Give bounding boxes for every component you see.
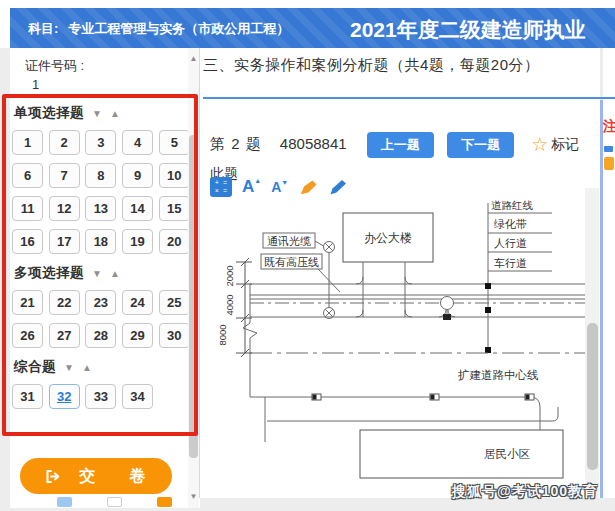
question-grid-single-choice: 1234567891011121314151617181920 <box>12 130 190 254</box>
exam-section-title: 三、实务操作和案例分析题（共4题，每题20分） <box>203 56 540 75</box>
expand-icon[interactable]: ▲ <box>82 362 92 373</box>
question-toolbar: + = × = A▲ A▼ <box>210 177 348 197</box>
watermark: 搜狐号@考试100教育 <box>452 483 598 501</box>
content-scrollbar-thumb[interactable] <box>587 323 598 470</box>
collapse-icon[interactable]: ▼ <box>64 362 74 373</box>
question-button-24[interactable]: 24 <box>122 290 153 315</box>
next-question-button[interactable]: 下一题 <box>447 132 514 158</box>
note-text: 注 <box>603 118 615 136</box>
diagram-label-residential: 居民小区 <box>484 448 531 460</box>
question-button-28[interactable]: 28 <box>85 323 116 348</box>
sidebar-scrollbar-thumb[interactable] <box>189 135 198 458</box>
exam-app-window: 科目:专业工程管理与实务（市政公用工程） 2021年度二级建造师执业 证件号码 … <box>0 0 615 511</box>
question-button-8[interactable]: 8 <box>85 163 116 188</box>
scroll-up-icon[interactable]: ▲ <box>188 54 199 63</box>
subject-value: 专业工程管理与实务（市政公用工程） <box>68 21 289 36</box>
id-number-label: 证件号码 : <box>25 57 84 75</box>
collapse-icon[interactable]: ▼ <box>92 268 102 279</box>
diagram-dim-8000: 8000 <box>217 324 228 345</box>
section-title: 单项选择题 <box>14 104 84 122</box>
highlighter-icon[interactable] <box>298 178 318 197</box>
id-number-value: 1 <box>32 77 39 92</box>
diagram-label-comm-cable: 通讯光缆 <box>267 235 311 247</box>
page-margin-top <box>0 0 615 8</box>
page-margin-corner <box>0 0 10 48</box>
section-divider <box>203 97 615 99</box>
diagram-label-road-red-line: 道路红线 <box>491 199 534 211</box>
diagram-dim-2000: 2000 <box>224 265 235 286</box>
question-code: 48058841 <box>280 135 347 152</box>
question-button-20[interactable]: 20 <box>159 229 190 254</box>
question-button-22[interactable]: 22 <box>49 290 80 315</box>
section-header-multi-choice: 多项选择题 ▼ ▲ <box>14 264 120 282</box>
submit-exam-button[interactable]: 交 卷 <box>20 458 172 494</box>
question-button-14[interactable]: 14 <box>122 196 153 221</box>
legend-answered-chip <box>57 497 72 507</box>
question-button-5[interactable]: 5 <box>159 130 190 155</box>
question-grid-multi-choice: 21222324252627282930 <box>12 290 190 348</box>
question-button-10[interactable]: 10 <box>159 163 190 188</box>
right-edge-panel <box>603 48 615 498</box>
diagram-label-roadway: 车行道 <box>494 257 527 269</box>
collapse-icon[interactable]: ▼ <box>92 108 102 119</box>
question-button-19[interactable]: 19 <box>122 229 153 254</box>
question-button-21[interactable]: 21 <box>12 290 43 315</box>
question-button-16[interactable]: 16 <box>12 229 43 254</box>
question-button-4[interactable]: 4 <box>122 130 153 155</box>
question-button-31[interactable]: 31 <box>12 384 43 409</box>
question-button-29[interactable]: 29 <box>122 323 153 348</box>
star-icon[interactable]: ☆ <box>531 134 548 155</box>
diagram-label-green-belt: 绿化带 <box>493 218 527 230</box>
question-button-25[interactable]: 25 <box>159 290 190 315</box>
question-button-34[interactable]: 34 <box>122 384 153 409</box>
section-title: 多项选择题 <box>14 264 84 282</box>
expand-icon[interactable]: ▲ <box>110 108 120 119</box>
question-button-23[interactable]: 23 <box>85 290 116 315</box>
font-increase-icon[interactable]: A▲ <box>242 177 261 197</box>
question-button-7[interactable]: 7 <box>49 163 80 188</box>
pen-icon[interactable] <box>328 178 348 197</box>
question-number-label: 第 2 题 <box>210 135 262 152</box>
diagram-label-sidewalk: 人行道 <box>494 237 527 249</box>
question-button-9[interactable]: 9 <box>122 163 153 188</box>
question-button-15[interactable]: 15 <box>159 196 190 221</box>
question-button-18[interactable]: 18 <box>85 229 116 254</box>
diagram-label-office-building: 办公大楼 <box>364 231 412 245</box>
question-grid-comprehensive: 31323334 <box>12 384 190 409</box>
header-bar: 科目:专业工程管理与实务（市政公用工程） 2021年度二级建造师执业 <box>10 8 615 48</box>
font-decrease-icon[interactable]: A▼ <box>271 179 288 195</box>
right-panel-divider <box>600 100 603 498</box>
content-scrollbar[interactable] <box>585 188 599 498</box>
question-button-27[interactable]: 27 <box>49 323 80 348</box>
diagram-label-expand-centerline: 扩建道路中心线 <box>457 369 539 381</box>
clipped-orange-icon <box>604 157 614 170</box>
calculator-glyph-top: + = <box>210 179 232 187</box>
previous-question-button[interactable]: 上一题 <box>367 132 434 158</box>
subject-line: 科目:专业工程管理与实务（市政公用工程） <box>28 20 289 38</box>
submit-label: 交 卷 <box>79 466 147 487</box>
expand-icon[interactable]: ▲ <box>110 268 120 279</box>
question-button-12[interactable]: 12 <box>49 196 80 221</box>
diagram-label-hv-line: 既有高压线 <box>264 256 319 268</box>
scroll-down-icon[interactable]: ▼ <box>188 492 199 501</box>
exam-title: 2021年度二级建造师执业 <box>350 16 586 44</box>
question-button-30[interactable]: 30 <box>159 323 190 348</box>
question-button-17[interactable]: 17 <box>49 229 80 254</box>
calculator-icon[interactable]: + = × = <box>210 177 232 197</box>
question-button-6[interactable]: 6 <box>12 163 43 188</box>
diagram-dim-4000: 4000 <box>224 294 235 315</box>
question-button-26[interactable]: 26 <box>12 323 43 348</box>
question-button-3[interactable]: 3 <box>85 130 116 155</box>
question-button-1[interactable]: 1 <box>12 130 43 155</box>
sidebar-scrollbar[interactable]: ▲ ▼ <box>188 48 199 508</box>
legend-unanswered-chip <box>107 497 122 507</box>
case-study-diagram: 道路红线 绿化带 人行道 车行道 办公大楼 通讯光缆 既有高压线 2000 40… <box>200 195 598 485</box>
question-button-33[interactable]: 33 <box>85 384 116 409</box>
question-button-11[interactable]: 11 <box>12 196 43 221</box>
question-button-2[interactable]: 2 <box>49 130 80 155</box>
question-button-32[interactable]: 32 <box>49 384 80 409</box>
question-button-13[interactable]: 13 <box>85 196 116 221</box>
clipped-blue-icon <box>604 146 613 152</box>
subject-label: 科目: <box>28 21 58 36</box>
section-header-single-choice: 单项选择题 ▼ ▲ <box>14 104 120 122</box>
